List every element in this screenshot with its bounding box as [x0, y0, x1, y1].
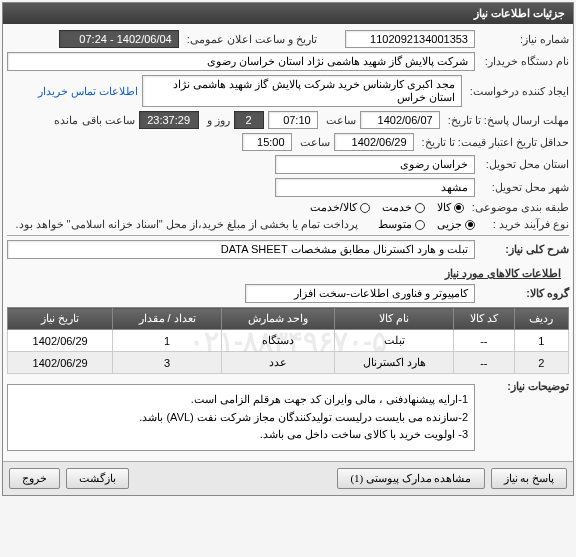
- table-cell: هارد اکسترنال: [335, 352, 453, 374]
- value-validity-date: 1402/06/29: [334, 133, 414, 151]
- reply-button[interactable]: پاسخ به نیاز: [491, 468, 568, 489]
- table-cell: --: [453, 352, 514, 374]
- note-line: 1-ارایه پیشنهادفنی ، مالی وایران کد جهت …: [14, 391, 468, 409]
- label-hour-2: ساعت: [296, 136, 330, 149]
- label-remaining: ساعت باقی مانده: [50, 114, 134, 127]
- value-requester: مجد اکبری کارشناس خرید شرکت پالایش گاز ش…: [142, 75, 462, 107]
- table-cell: تبلت: [335, 330, 453, 352]
- label-dayand: روز و: [203, 114, 230, 127]
- radio-option[interactable]: متوسط: [378, 218, 425, 231]
- payment-note: پرداخت تمام یا بخشی از مبلغ خرید،از محل …: [11, 218, 358, 231]
- radio-option[interactable]: کالا: [437, 201, 464, 214]
- radio-dot-icon: [360, 203, 370, 213]
- radio-label: کالا: [437, 201, 451, 214]
- table-cell: 1402/06/29: [8, 330, 113, 352]
- radio-label: متوسط: [378, 218, 412, 231]
- radio-dot-icon: [415, 220, 425, 230]
- table-cell: 2: [514, 352, 568, 374]
- radio-option[interactable]: خدمت: [382, 201, 425, 214]
- label-hour-1: ساعت: [322, 114, 356, 127]
- contact-link[interactable]: اطلاعات تماس خریدار: [38, 85, 138, 98]
- exit-button[interactable]: خروج: [9, 468, 60, 489]
- table-header: واحد شمارش: [222, 308, 335, 330]
- table-row[interactable]: 2--هارد اکسترنالعدد31402/06/29: [8, 352, 569, 374]
- table-header: تعداد / مقدار: [113, 308, 222, 330]
- value-buyer: شرکت پالایش گاز شهید هاشمی نژاد استان خر…: [7, 52, 475, 71]
- radio-label: خدمت: [382, 201, 412, 214]
- value-deadline-date: 1402/06/07: [360, 111, 440, 129]
- label-group: گروه کالا:: [479, 287, 569, 300]
- value-deadline-time: 07:10: [268, 111, 318, 129]
- table-cell: عدد: [222, 352, 335, 374]
- label-need-no: شماره نیاز:: [479, 33, 569, 46]
- process-radio-group: جزییمتوسط: [378, 218, 475, 231]
- radio-dot-icon: [415, 203, 425, 213]
- radio-option[interactable]: کالا/خدمت: [310, 201, 370, 214]
- radio-option[interactable]: جزیی: [437, 218, 475, 231]
- value-countdown: 23:37:29: [139, 111, 199, 129]
- notes-box: 1-ارایه پیشنهادفنی ، مالی وایران کد جهت …: [7, 384, 475, 451]
- panel-title: جزئیات اطلاعات نیاز: [3, 3, 573, 24]
- label-validity: حداقل تاریخ اعتبار قیمت: تا تاریخ:: [418, 136, 569, 149]
- items-header: اطلاعات کالاهای مورد نیاز: [7, 263, 569, 284]
- radio-label: کالا/خدمت: [310, 201, 357, 214]
- label-desc: شرح کلی نیاز:: [479, 243, 569, 256]
- value-announce: 1402/06/04 - 07:24: [59, 30, 179, 48]
- radio-label: جزیی: [437, 218, 462, 231]
- label-city: شهر محل تحویل:: [479, 181, 569, 194]
- subject-radio-group: کالاخدمتکالا/خدمت: [310, 201, 464, 214]
- table-header: تاریخ نیاز: [8, 308, 113, 330]
- label-notes: توضیحات نیاز:: [479, 380, 569, 393]
- value-desc: تبلت و هارد اکسترنال مطابق مشخصات DATA S…: [7, 240, 475, 259]
- label-requester: ایجاد کننده درخواست:: [466, 85, 569, 98]
- note-line: 2-سازنده می بایست درلیست تولیدکنندگان مج…: [14, 409, 468, 427]
- radio-dot-icon: [465, 220, 475, 230]
- label-buyer: نام دستگاه خریدار:: [479, 55, 569, 68]
- items-table: ردیفکد کالانام کالاواحد شمارشتعداد / مقد…: [7, 307, 569, 374]
- table-cell: --: [453, 330, 514, 352]
- table-row[interactable]: 1--تبلتدستگاه11402/06/29: [8, 330, 569, 352]
- value-validity-time: 15:00: [242, 133, 292, 151]
- table-cell: 1: [113, 330, 222, 352]
- value-days: 2: [234, 111, 264, 129]
- table-cell: 1: [514, 330, 568, 352]
- label-subject-cat: طبقه بندی موضوعی:: [468, 201, 569, 214]
- table-header: نام کالا: [335, 308, 453, 330]
- value-city: مشهد: [275, 178, 475, 197]
- label-process: نوع فرآیند خرید :: [479, 218, 569, 231]
- value-need-no: 1102092134001353: [345, 30, 475, 48]
- value-province: خراسان رضوی: [275, 155, 475, 174]
- label-deadline: مهلت ارسال پاسخ: تا تاریخ:: [444, 114, 569, 127]
- table-header: کد کالا: [453, 308, 514, 330]
- table-cell: 1402/06/29: [8, 352, 113, 374]
- table-cell: 3: [113, 352, 222, 374]
- label-province: استان محل تحویل:: [479, 158, 569, 171]
- table-cell: دستگاه: [222, 330, 335, 352]
- value-group: کامپیوتر و فناوری اطلاعات-سخت افزار: [245, 284, 475, 303]
- attachments-button[interactable]: مشاهده مدارک پیوستی (1): [337, 468, 484, 489]
- table-header: ردیف: [514, 308, 568, 330]
- radio-dot-icon: [454, 203, 464, 213]
- note-line: 3- اولویت خرید با کالای ساخت داخل می باش…: [14, 426, 468, 444]
- label-announce: تاریخ و ساعت اعلان عمومی:: [183, 33, 317, 46]
- back-button[interactable]: بازگشت: [66, 468, 129, 489]
